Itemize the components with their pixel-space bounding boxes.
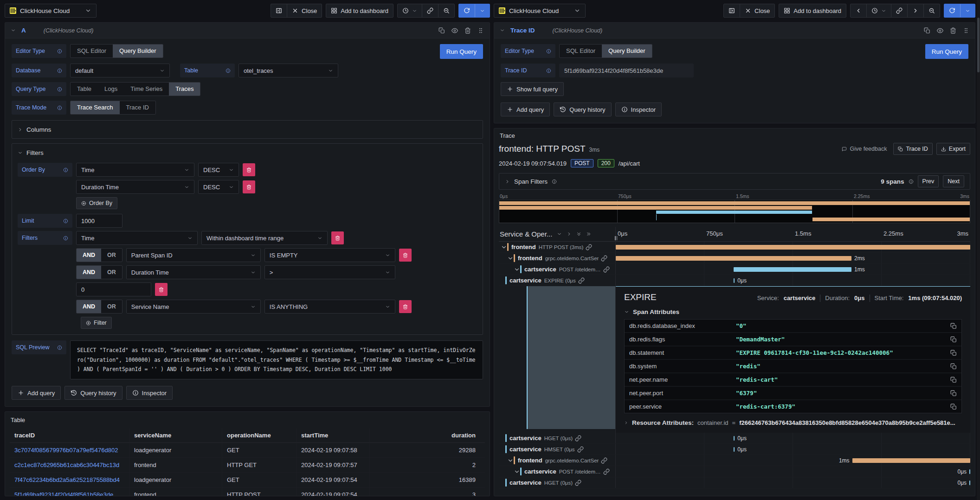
time-shift-forward-button[interactable] xyxy=(907,4,923,17)
span-row[interactable]: cartservice HGET (0μs) 0μs xyxy=(499,433,970,444)
query-type-timeseries[interactable]: Time Series xyxy=(124,83,169,96)
toggle-query-icon[interactable] xyxy=(937,27,943,34)
close-pane-button[interactable]: Close xyxy=(740,4,774,17)
or-option[interactable]: OR xyxy=(101,300,122,313)
order-by-dir-select[interactable]: DESC xyxy=(198,180,239,194)
filter-field-select[interactable]: Duration Time xyxy=(126,265,261,279)
editor-type-sql[interactable]: SQL Editor xyxy=(560,45,602,58)
zoom-out-button[interactable] xyxy=(923,4,940,17)
copy-icon[interactable] xyxy=(950,390,957,397)
span-link-icon[interactable] xyxy=(603,266,610,273)
query-type-traces[interactable]: Traces xyxy=(169,83,200,96)
filter-value-input[interactable] xyxy=(76,282,151,296)
add-query-button[interactable]: Add query xyxy=(501,103,550,116)
column-header[interactable]: traceID xyxy=(10,428,129,443)
copy-icon[interactable] xyxy=(950,363,957,370)
query-type-table[interactable]: Table xyxy=(71,83,98,96)
add-order-by-button[interactable]: Order By xyxy=(76,197,117,209)
trace-id-link[interactable]: c2c1ec87c62965b61cab6c30447bc13d xyxy=(10,458,129,473)
span-bar[interactable] xyxy=(734,278,735,283)
editor-type-sql[interactable]: SQL Editor xyxy=(71,45,113,58)
expand-one-icon[interactable] xyxy=(567,231,572,237)
span-bar[interactable] xyxy=(616,256,851,261)
filter-field-select[interactable]: Parent Span ID xyxy=(126,248,261,262)
database-select[interactable]: default xyxy=(70,64,170,77)
table-select[interactable]: otel_traces xyxy=(239,64,338,77)
span-row[interactable]: cartservice EXPIRE (0μs 0μs xyxy=(499,275,970,286)
span-bar[interactable] xyxy=(734,267,851,272)
run-refresh-button[interactable] xyxy=(459,4,475,17)
duplicate-query-icon[interactable] xyxy=(924,27,930,34)
copy-icon[interactable] xyxy=(950,350,957,356)
span-row[interactable]: frontend grpc.oteldemo.CartSer 2ms xyxy=(499,253,970,264)
trace-id-link[interactable]: 7f47c62234b6bd2a5a62521875588bd4 xyxy=(10,473,129,487)
span-link-icon[interactable] xyxy=(578,277,585,284)
remove-filter-button[interactable] xyxy=(331,231,344,244)
editor-type-builder[interactable]: Query Builder xyxy=(113,45,162,58)
split-pane-button[interactable] xyxy=(724,4,740,17)
span-bar[interactable] xyxy=(969,481,970,485)
columns-section-toggle[interactable]: Columns xyxy=(12,120,483,139)
trace-id-link[interactable]: 3c7074f085679976b07a79ef5476d802 xyxy=(10,443,129,458)
and-option[interactable]: AND xyxy=(77,249,101,262)
close-pane-button[interactable]: Close xyxy=(287,4,322,17)
span-link-icon[interactable] xyxy=(603,468,610,475)
trace-minimap[interactable]: 0μs 750μs 1.5ms 2.25ms 3ms xyxy=(499,193,970,223)
export-trace-button[interactable]: Export xyxy=(936,143,970,155)
refresh-interval-dropdown[interactable] xyxy=(475,4,490,17)
add-to-dashboard-button[interactable]: Add to dashboard xyxy=(326,4,393,17)
column-header[interactable]: operationName xyxy=(222,428,297,443)
share-link-button[interactable] xyxy=(891,4,907,17)
query-history-button[interactable]: Query history xyxy=(64,386,122,400)
query-history-button[interactable]: Query history xyxy=(554,103,611,116)
query-header[interactable]: Trace ID (ClickHouse Cloud) xyxy=(494,23,975,38)
span-filters-title[interactable]: Span Filters xyxy=(514,178,548,185)
span-track[interactable]: 0μs xyxy=(616,466,970,477)
limit-input[interactable] xyxy=(76,214,122,228)
chevron-right-icon[interactable] xyxy=(624,421,628,425)
column-header[interactable]: startTime xyxy=(297,428,370,443)
order-by-field-select[interactable]: Duration Time xyxy=(76,180,194,194)
trace-mode-id[interactable]: Trace ID xyxy=(120,101,155,114)
query-header[interactable]: A (ClickHouse Cloud) xyxy=(5,23,490,38)
show-full-query-button[interactable]: Show full query xyxy=(501,82,564,96)
run-query-button[interactable]: Run Query xyxy=(925,44,968,59)
span-link-icon[interactable] xyxy=(575,435,581,442)
remove-order-by-button[interactable] xyxy=(243,163,255,176)
give-feedback-link[interactable]: Give feedback xyxy=(842,146,887,152)
column-header[interactable]: serviceName xyxy=(129,428,222,443)
chevron-down-icon[interactable] xyxy=(501,244,507,250)
inspector-button[interactable]: Inspector xyxy=(126,386,173,400)
minimap-canvas[interactable] xyxy=(499,200,970,223)
delete-query-icon[interactable] xyxy=(950,27,956,34)
collapse-query-icon[interactable] xyxy=(500,28,505,33)
copy-icon[interactable] xyxy=(950,377,957,383)
chevron-down-icon[interactable] xyxy=(514,266,520,273)
chevron-down-icon[interactable] xyxy=(507,255,514,262)
drag-handle-icon[interactable] xyxy=(963,27,969,34)
datasource-picker[interactable]: ClickHouse Cloud xyxy=(5,4,97,18)
add-to-dashboard-button[interactable]: Add to dashboard xyxy=(779,4,846,17)
time-shift-back-button[interactable] xyxy=(851,4,866,17)
next-span-button[interactable]: Next xyxy=(943,175,964,187)
span-bar[interactable] xyxy=(734,447,735,452)
filter-operator-select[interactable]: Within dashboard time range xyxy=(201,231,328,245)
datasource-picker[interactable]: ClickHouse Cloud xyxy=(494,4,586,18)
span-track[interactable]: 0μs xyxy=(616,433,970,443)
span-bar[interactable] xyxy=(616,245,970,250)
span-link-icon[interactable] xyxy=(601,255,607,262)
span-track[interactable]: 0μs xyxy=(616,477,970,488)
span-track[interactable]: 0μs xyxy=(616,444,970,455)
filter-operator-select[interactable]: IS EMPTY xyxy=(264,248,395,262)
inspector-button[interactable]: Inspector xyxy=(615,103,662,116)
collapse-one-icon[interactable] xyxy=(557,231,562,237)
resource-attributes-toggle[interactable]: Resource Attributes: xyxy=(632,419,694,426)
copy-icon[interactable] xyxy=(950,404,957,410)
span-row[interactable]: cartservice HMSET (0μs 0μs xyxy=(499,444,970,455)
span-bar[interactable] xyxy=(734,436,735,441)
copy-icon[interactable] xyxy=(950,323,957,329)
trace-mode-search[interactable]: Trace Search xyxy=(71,101,120,114)
span-row[interactable]: frontend HTTP POST (3ms) xyxy=(499,242,970,253)
filter-operator-select[interactable]: > xyxy=(264,265,395,279)
editor-type-builder[interactable]: Query Builder xyxy=(602,45,651,58)
